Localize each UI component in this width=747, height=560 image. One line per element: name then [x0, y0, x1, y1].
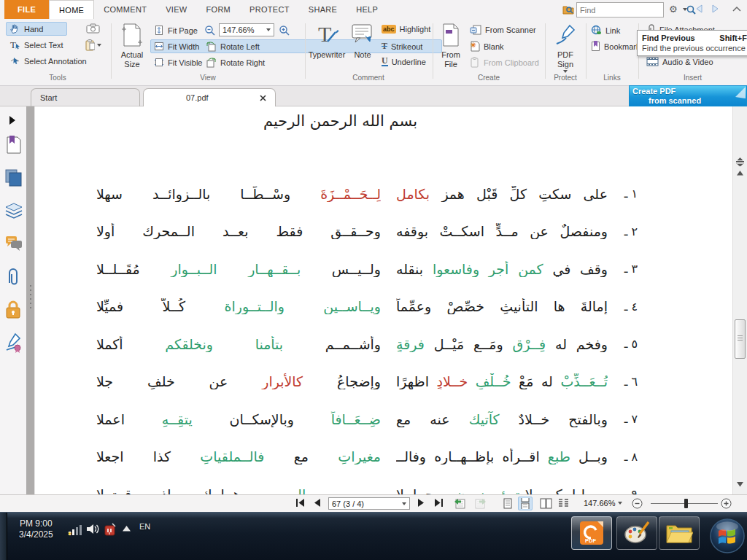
tab-document-label: 07.pdf: [186, 93, 209, 102]
power-tray-icon[interactable]: [104, 523, 117, 536]
underline-button[interactable]: U Underline: [378, 55, 430, 68]
group-separator: [586, 23, 587, 79]
previous-view-button[interactable]: [454, 497, 466, 509]
ribbon-tab-protect[interactable]: PROTECT: [240, 0, 299, 19]
comments-panel-icon[interactable]: [5, 235, 23, 252]
note-button[interactable]: Note: [349, 22, 376, 60]
ribbon-tab-comment[interactable]: COMMENT: [94, 0, 156, 19]
ribbon-tab-file[interactable]: FILE: [4, 0, 49, 19]
group-label-comment: Comment: [306, 74, 430, 82]
ribbon-tab-home[interactable]: HOME: [49, 0, 94, 19]
single-page-view-button[interactable]: [500, 497, 515, 510]
zoom-in-icon[interactable]: [279, 25, 290, 36]
from-scanner-label: From Scanner: [485, 26, 536, 34]
hand-tool-button[interactable]: Hand: [6, 22, 67, 36]
verse-right-hemistich: ومنفصلٌ عن مــدٍّ اسكــتْ بوقفه: [396, 223, 608, 239]
bookmark-button[interactable]: Bookmark: [587, 39, 644, 53]
zoom-out-button[interactable]: [632, 498, 643, 509]
ribbon-tab-view[interactable]: VIEW: [156, 0, 196, 19]
scrollbar-thumb[interactable]: [735, 319, 746, 359]
ribbon-tab-share[interactable]: SHARE: [299, 0, 347, 19]
page-number-box[interactable]: 67 (3 / 4): [328, 497, 410, 510]
rotate-right-button[interactable]: Rotate Right: [202, 55, 268, 69]
link-button[interactable]: Link: [587, 23, 624, 37]
group-view: Actual Size Fit Page Fit Width Fit Visib…: [112, 19, 303, 83]
from-file-button[interactable]: From File: [436, 22, 466, 69]
audio-video-button[interactable]: Audio & Video: [643, 55, 717, 68]
language-indicator[interactable]: EN: [139, 522, 150, 531]
fit-page-button[interactable]: Fit Page: [150, 23, 201, 37]
find-next-button[interactable]: [711, 4, 720, 14]
previous-page-button[interactable]: [312, 497, 321, 508]
show-desktop-button[interactable]: [0, 513, 7, 560]
from-scanner-button[interactable]: From Scanner: [466, 23, 540, 36]
select-annotation-button[interactable]: Select Annotation: [6, 54, 90, 68]
vertical-scrollbar[interactable]: [732, 106, 747, 494]
ribbon-tab-form[interactable]: FORM: [197, 0, 241, 19]
link-label: Link: [605, 26, 620, 35]
scroll-up-icon[interactable]: [735, 171, 746, 176]
tab-document[interactable]: 07.pdf: [143, 88, 276, 106]
taskbar-app-foxit[interactable]: PDF: [571, 516, 612, 550]
security-panel-icon[interactable]: [5, 300, 21, 319]
banner-line1: Create PDF: [632, 87, 743, 96]
statusbar-zoom-value[interactable]: 147.66%: [584, 499, 622, 508]
zoom-in-button[interactable]: [721, 498, 732, 509]
last-page-button[interactable]: [433, 497, 444, 508]
verse-right-hemistich: تُــعَــذِّبْ له مَعْ خُــلْفِ خــلادٍ ا…: [396, 373, 608, 389]
select-text-button[interactable]: T Select Text: [6, 38, 67, 52]
volume-tray-icon[interactable]: [86, 523, 99, 535]
banner-line2: from scanned documents: [632, 96, 743, 106]
scrollbar-split-icon[interactable]: [735, 158, 746, 166]
hidden-icons-arrow[interactable]: [123, 526, 131, 532]
attachments-panel-icon[interactable]: [5, 268, 21, 286]
layers-panel-icon[interactable]: [5, 203, 23, 219]
continuous-view-button[interactable]: [518, 497, 533, 510]
clipboard-button[interactable]: [85, 39, 101, 51]
pages-panel-icon[interactable]: [5, 169, 22, 187]
collapse-ribbon-icon[interactable]: [732, 5, 742, 12]
zoom-level-combobox[interactable]: 147.66%: [219, 23, 274, 36]
next-page-button[interactable]: [417, 497, 426, 508]
tab-close-icon[interactable]: [260, 95, 266, 101]
create-pdf-banner[interactable]: Create PDF from scanned documents: [629, 85, 747, 106]
find-previous-button[interactable]: [694, 4, 704, 14]
rotate-left-button[interactable]: Rotate Left: [202, 39, 263, 53]
blank-button[interactable]: ✳ Blank: [466, 39, 508, 53]
expand-panel-icon[interactable]: [9, 115, 16, 125]
fit-visible-button[interactable]: Fit Visible: [150, 55, 206, 69]
ribbon-tab-help[interactable]: HELP: [347, 0, 387, 19]
strikeout-button[interactable]: T Strikeout: [378, 39, 426, 53]
find-options-gear-icon[interactable]: ⚙: [669, 4, 678, 15]
group-label-insert: Insert: [640, 74, 746, 82]
find-options-caret-icon[interactable]: [683, 8, 687, 11]
taskbar-app-paint[interactable]: [616, 516, 657, 550]
actual-size-button[interactable]: Actual Size: [115, 22, 149, 69]
zoom-slider-handle[interactable]: [684, 499, 688, 508]
svg-text:PDF: PDF: [585, 537, 596, 544]
scroll-down-icon[interactable]: [735, 482, 746, 487]
panel-divider[interactable]: [26, 106, 35, 494]
continuous-facing-view-button[interactable]: [556, 497, 570, 510]
typewriter-button[interactable]: T Typewriter: [306, 22, 347, 60]
snapshot-camera-icon[interactable]: [86, 23, 100, 34]
facing-view-button[interactable]: [538, 497, 553, 510]
zoom-out-icon[interactable]: [204, 25, 216, 36]
verse-row: ٤ ـإمالةَ ها التأنيثِ خصِّصْ وعمِّماًويـ…: [96, 288, 638, 326]
underline-icon: U: [382, 57, 388, 66]
taskbar-app-explorer[interactable]: [659, 516, 700, 550]
find-folder-icon[interactable]: [562, 4, 574, 15]
group-separator: [305, 23, 306, 79]
verse-row: ٥ ـوفخم له فِــرْقٍ ومَــع مَيْــل فرقةٍ…: [96, 325, 638, 363]
pdf-sign-button[interactable]: PDF Sign: [549, 22, 581, 73]
from-clipboard-button[interactable]: From Clipboard: [466, 55, 543, 69]
taskbar-clock[interactable]: PM 9:00 3/4/2025: [19, 518, 53, 540]
start-button[interactable]: [709, 517, 746, 555]
signature-panel-icon[interactable]: [5, 332, 23, 353]
first-page-button[interactable]: [295, 497, 306, 508]
bookmarks-panel-icon[interactable]: [5, 136, 21, 155]
next-view-button[interactable]: [474, 497, 487, 509]
network-tray-icon[interactable]: ✶: [67, 523, 82, 536]
tab-start[interactable]: Start: [31, 88, 140, 106]
highlight-button[interactable]: abc Highlight: [378, 23, 434, 35]
